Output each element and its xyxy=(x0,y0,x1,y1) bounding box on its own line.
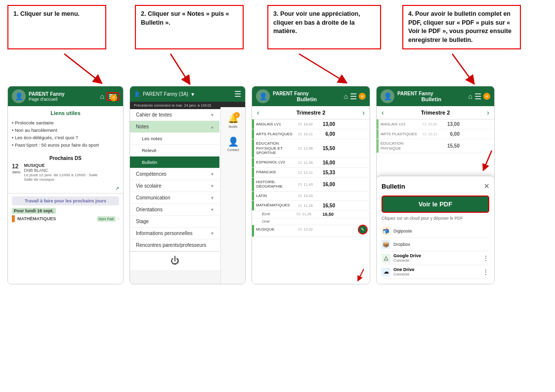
grade-bar-latin xyxy=(252,192,254,200)
divider1 xyxy=(8,193,123,194)
bulletin-nav: ‹ Trimestre 2 › xyxy=(252,106,370,119)
screen1-body: Liens utiles Protocole sanitaire Non au … xyxy=(8,106,123,284)
svg-line-3 xyxy=(452,54,472,81)
hamburger-icon4[interactable]: ☰ xyxy=(474,92,481,101)
right-sidebar: 🔔 3 Notifs 👤 Contact xyxy=(220,107,245,284)
ds-subject: MUSIQUE xyxy=(24,163,98,168)
link3[interactable]: Les éco-délégués, c'est quoi ? xyxy=(12,134,119,141)
links-section: Liens utiles Protocole sanitaire Non au … xyxy=(8,106,123,153)
prev-arrow[interactable]: ‹ xyxy=(257,109,259,117)
matiere-chevron: › xyxy=(118,216,119,221)
hamburger-icon2[interactable]: ☰ xyxy=(234,89,241,99)
bulletin-label: Bulletin xyxy=(142,159,213,165)
step2-text: 2. Cliquer sur « Notes » puis « Bulletin… xyxy=(141,10,229,26)
home-icon1[interactable]: ⌂ xyxy=(100,92,104,100)
cloud-digiposte[interactable]: 📬 Digiposte xyxy=(382,225,489,238)
non-fait-badge: Non Fait xyxy=(97,216,116,222)
subject-maths: MATHÉMATIQUES xyxy=(256,203,298,208)
ecrit-grade: 16,50 xyxy=(319,212,334,217)
link4[interactable]: Pass'Sport : 50 euros pour faire du spor… xyxy=(12,141,119,149)
prev-arrow4[interactable]: ‹ xyxy=(382,109,384,117)
class-avg-maths: Cl. 11,26 xyxy=(298,203,320,208)
phone-screen3: 👤 PARENT Fanny Bulletin ⌂ ☰ 8 ‹ Trimestr… xyxy=(252,86,370,284)
ecrit-label: Écrit xyxy=(262,212,297,216)
step1-text: 1. Cliquer sur le menu. xyxy=(13,10,80,17)
bulletin-page-title: Bulletin xyxy=(273,96,341,102)
header-icons4: ⌂ ☰ 8 xyxy=(469,92,490,101)
cahier-label: Cahier de textes xyxy=(136,112,211,118)
cloud-gdrive[interactable]: △ Google Drive Connecté ⋮ xyxy=(382,251,489,265)
bar4-anglais xyxy=(377,119,379,129)
menu-les-notes[interactable]: Les notes xyxy=(130,133,219,145)
voir-plus-icon[interactable]: ↗ xyxy=(115,186,119,191)
power-wrapper: ⏻ xyxy=(130,251,219,270)
cloud-desc: Cliquez sur un cloud pour y déposer le P… xyxy=(382,216,489,221)
user-info3: PARENT Fanny Bulletin xyxy=(273,91,341,102)
travail-title: Travail à faire pour les prochains jours xyxy=(16,198,115,203)
grade-bar-maths xyxy=(252,201,254,210)
menu-stage[interactable]: Stage xyxy=(130,216,219,228)
menu-competences[interactable]: Compétences ▾ xyxy=(130,168,219,180)
ds-date-num: 12 xyxy=(12,163,21,170)
notif-wrapper: 🔔 3 xyxy=(228,113,239,124)
grade-francais: FRANCAIS Cl. 12,11 15,33 xyxy=(252,168,370,178)
next-arrow4[interactable]: › xyxy=(487,109,489,117)
cloud-onedrive[interactable]: ☁ One Drive Connecté ⋮ xyxy=(382,265,489,279)
communication-label: Communication xyxy=(136,195,211,200)
appreciation-btn[interactable]: ✎ xyxy=(358,225,368,235)
link1[interactable]: Protocole sanitaire xyxy=(12,119,119,126)
gdrive-dots[interactable]: ⋮ xyxy=(482,254,489,262)
instruction-step4: 4. Pour avoir le bulletin complet en PDF… xyxy=(402,5,521,49)
grade-anglais-val: 13,00 xyxy=(320,121,335,127)
grade-eps: ÉDUCATION PHYSIQUE ET SPORTIVE Cl. 12,98… xyxy=(252,139,370,158)
instructions-row: 1. Cliquer sur le menu. 2. Cliquer sur «… xyxy=(7,5,548,49)
cahier-arrow: ▾ xyxy=(211,112,213,118)
prochains-title: Prochains DS xyxy=(12,156,119,161)
notif-badge1: 8 xyxy=(110,94,117,101)
class-avg-espagnol: Cl. 11,35 xyxy=(298,160,320,165)
arrows-area xyxy=(7,51,548,86)
menu-bulletin[interactable]: Bulletin xyxy=(130,157,219,168)
menu-releve[interactable]: Relevé xyxy=(130,145,219,157)
menu-communication[interactable]: Communication ▾ xyxy=(130,192,219,204)
menu-rencontres[interactable]: Rencontres parents/professeurs xyxy=(130,239,219,251)
notif-count: 3 xyxy=(234,112,240,118)
notifications-icon-item[interactable]: 🔔 3 Notifs xyxy=(228,113,239,128)
contact-icon-item[interactable]: 👤 Contact xyxy=(227,136,239,152)
digiposte-icon: 📬 xyxy=(382,227,390,235)
menu-infos-perso[interactable]: Informations personnelles ▾ xyxy=(130,228,219,239)
close-icon[interactable]: × xyxy=(484,181,489,192)
grade-maths: MATHÉMATIQUES Cl. 11,26 16,50 xyxy=(252,201,370,211)
avatar2: 👤 xyxy=(134,91,140,97)
onedrive-dots[interactable]: ⋮ xyxy=(482,268,489,276)
onedrive-status: Connecté xyxy=(393,272,479,276)
grade-espagnol: ESPAGNOL LV2 Cl. 11,35 16,00 xyxy=(252,158,370,168)
menu-cahier[interactable]: Cahier de textes ▾ xyxy=(130,109,219,121)
prochains-ds: Prochains DS 12 Janv. MUSIQUE DNB BLANC … xyxy=(8,153,123,185)
link2[interactable]: Non au harcèlement xyxy=(12,126,119,134)
subject-arts: ARTS PLASTIQUES xyxy=(256,132,298,137)
next-arrow[interactable]: › xyxy=(362,109,365,117)
matiere-name: MATHÉMATIQUES xyxy=(17,216,97,221)
grade4-eps-val: 15,50 xyxy=(445,143,460,149)
grade4-arts-val: 6,00 xyxy=(445,131,460,137)
home-icon4[interactable]: ⌂ xyxy=(469,92,472,100)
svg-line-1 xyxy=(171,54,188,81)
home-icon3[interactable]: ⌂ xyxy=(344,92,348,100)
menu-orientations[interactable]: Orientations ▾ xyxy=(130,204,219,216)
subject4-eps: ÉDUCATION PHYSIQUE xyxy=(381,141,423,151)
bar4-eps xyxy=(377,139,379,153)
onedrive-icon: ☁ xyxy=(382,268,390,276)
voir-pdf-btn[interactable]: Voir le PDF xyxy=(382,196,489,213)
power-icon[interactable]: ⏻ xyxy=(171,256,179,266)
class4-avg-arts: Cl. 10,11 xyxy=(423,132,445,136)
menu-notes[interactable]: Notes ▴ xyxy=(130,121,219,133)
overlay-header: Bulletin × xyxy=(382,181,489,192)
subject-eps: ÉDUCATION PHYSIQUE ET SPORTIVE xyxy=(256,141,298,156)
page-title1: Page d'accueil xyxy=(29,97,97,102)
cloud-dropbox[interactable]: 📦 Dropbox xyxy=(382,238,489,251)
class-avg-arts: Cl. 10,11 xyxy=(298,132,320,136)
menu-vie-scolaire[interactable]: Vie scolaire ▾ xyxy=(130,180,219,192)
hamburger-icon3[interactable]: ☰ xyxy=(350,92,357,101)
page-wrapper: 1. Cliquer sur le menu. 2. Cliquer sur «… xyxy=(0,0,555,289)
